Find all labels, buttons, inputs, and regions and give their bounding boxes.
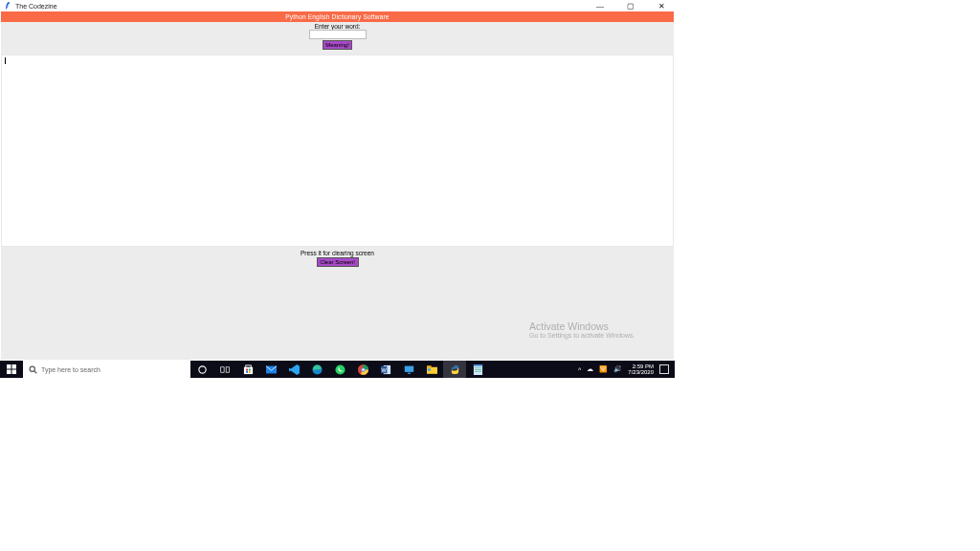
svg-rect-25 <box>407 372 410 373</box>
svg-rect-8 <box>226 366 229 372</box>
taskbar-clock[interactable]: 2:59 PM 7/23/2020 <box>628 364 654 376</box>
svg-rect-11 <box>246 368 248 370</box>
clock-date: 7/23/2020 <box>628 369 654 375</box>
chrome-icon[interactable] <box>351 361 374 378</box>
svg-rect-14 <box>248 370 250 372</box>
text-caret <box>5 57 6 64</box>
svg-rect-28 <box>427 368 430 370</box>
watermark-line1: Activate Windows <box>529 320 673 332</box>
watermark-line2: Go to Settings to activate Windows. <box>529 332 673 340</box>
svg-rect-27 <box>427 365 432 367</box>
close-button[interactable]: ✕ <box>653 2 670 11</box>
svg-rect-24 <box>404 365 412 371</box>
taskbar: Type here to search W <box>0 361 675 378</box>
input-panel: Enter your word: Meaning! <box>1 22 674 55</box>
vscode-icon[interactable] <box>282 361 305 378</box>
meaning-button-label: Meaning! <box>325 42 349 48</box>
svg-rect-7 <box>220 366 223 372</box>
svg-line-5 <box>34 371 36 373</box>
clear-button-label: Clear Screen! <box>320 259 355 265</box>
action-center-icon[interactable] <box>659 364 669 374</box>
system-tray: ^ ☁ 🛜 🔊 2:59 PM 7/23/2020 <box>578 361 675 378</box>
svg-rect-0 <box>7 364 11 369</box>
app-header: Python English Dictionary Software <box>1 11 674 22</box>
svg-rect-13 <box>246 370 248 372</box>
search-placeholder: Type here to search <box>41 366 100 373</box>
enter-word-label: Enter your word: <box>315 23 361 30</box>
svg-point-17 <box>335 364 345 374</box>
word-icon[interactable]: W <box>374 361 397 378</box>
svg-text:W: W <box>381 366 387 372</box>
notepad-icon[interactable] <box>466 361 489 378</box>
svg-rect-30 <box>473 364 481 366</box>
meaning-button[interactable]: Meaning! <box>323 40 352 50</box>
svg-rect-10 <box>245 364 251 367</box>
svg-point-4 <box>30 366 34 371</box>
whatsapp-icon[interactable] <box>328 361 351 378</box>
taskbar-search[interactable]: Type here to search <box>23 361 190 378</box>
cortana-icon[interactable] <box>190 361 213 378</box>
svg-point-6 <box>198 365 205 372</box>
minimize-button[interactable]: — <box>591 2 609 11</box>
word-input[interactable] <box>309 30 367 39</box>
start-icon <box>7 364 16 374</box>
python-icon[interactable] <box>443 361 466 378</box>
title-left: The Codezine <box>5 2 57 11</box>
start-button[interactable] <box>0 361 23 378</box>
output-textarea[interactable] <box>1 55 674 247</box>
window-title: The Codezine <box>15 3 57 10</box>
feather-icon <box>5 2 11 11</box>
monitor-icon[interactable] <box>397 361 420 378</box>
speaker-icon[interactable]: 🔊 <box>613 365 622 373</box>
svg-rect-3 <box>12 370 17 375</box>
clear-button[interactable]: Clear Screen! <box>317 257 359 267</box>
svg-point-20 <box>362 368 365 371</box>
store-icon[interactable] <box>236 361 259 378</box>
svg-rect-12 <box>248 368 250 370</box>
svg-rect-2 <box>7 370 11 375</box>
maximize-button[interactable]: ▢ <box>622 2 639 11</box>
onedrive-icon[interactable]: ☁ <box>587 365 593 373</box>
taskview-icon[interactable] <box>213 361 236 378</box>
clear-label: Press it for clearing screen <box>301 250 374 256</box>
app-header-label: Python English Dictionary Software <box>285 13 389 20</box>
search-icon <box>29 365 37 374</box>
titlebar: The Codezine — ▢ ✕ <box>1 1 674 11</box>
tray-chevron-icon[interactable]: ^ <box>578 366 581 373</box>
edge-icon[interactable] <box>305 361 328 378</box>
explorer-icon[interactable] <box>420 361 443 378</box>
activate-windows-watermark: Activate Windows Go to Settings to activ… <box>529 320 673 340</box>
clear-panel: Press it for clearing screen Clear Scree… <box>1 247 674 360</box>
wifi-icon[interactable]: 🛜 <box>599 365 608 373</box>
mail-icon[interactable] <box>259 361 282 378</box>
svg-rect-1 <box>12 364 17 369</box>
window-buttons: — ▢ ✕ <box>591 2 670 11</box>
